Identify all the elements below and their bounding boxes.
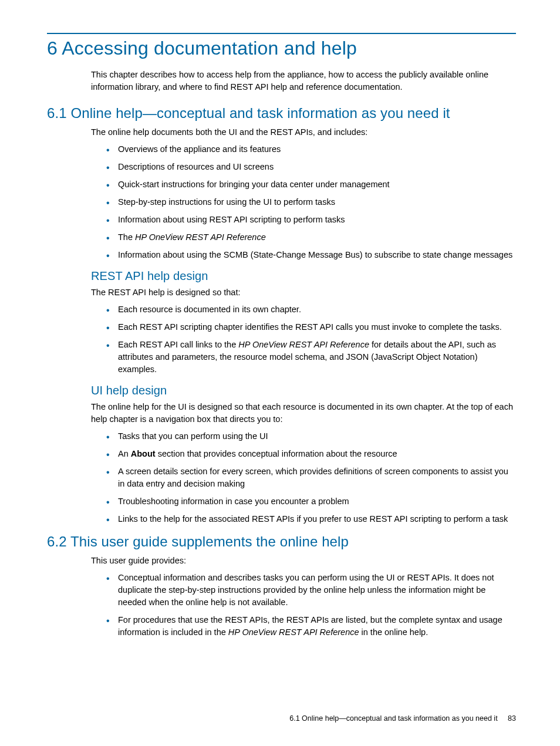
ui-help-design-title: UI help design xyxy=(91,384,516,397)
list-item: Tasks that you can perform using the UI xyxy=(106,430,516,443)
rest-api-design-intro: The REST API help is designed so that: xyxy=(91,286,516,299)
rest-api-design-title: REST API help design xyxy=(91,269,516,283)
list-item: Information about using the SCMB (State-… xyxy=(106,249,516,261)
list-item: For procedures that use the REST APIs, t… xyxy=(106,614,516,639)
chapter-title: 6 Accessing documentation and help xyxy=(47,38,516,59)
text: Each REST API call links to the xyxy=(118,340,238,349)
list-item: Each REST API call links to the HP OneVi… xyxy=(106,339,516,376)
ui-help-design-list: Tasks that you can perform using the UI … xyxy=(91,430,516,525)
about-bold: About xyxy=(131,449,156,458)
list-item: Overviews of the appliance and its featu… xyxy=(106,143,516,156)
reference-title: HP OneView REST API Reference xyxy=(238,340,369,349)
list-item: Quick-start instructions for bringing yo… xyxy=(106,178,516,191)
list-item: An About section that provides conceptua… xyxy=(106,448,516,460)
list-item: The HP OneView REST API Reference xyxy=(106,231,516,244)
document-page: 6 Accessing documentation and help This … xyxy=(0,0,560,746)
header-rule xyxy=(47,33,516,34)
list-item: Descriptions of resources and UI screens xyxy=(106,161,516,173)
list-item: Step-by-step instructions for using the … xyxy=(106,196,516,208)
section-6-2-intro: This user guide provides: xyxy=(91,555,516,567)
section-6-2-title: 6.2 This user guide supplements the onli… xyxy=(47,534,516,550)
page-footer: 6.1 Online help—conceptual and task info… xyxy=(289,714,516,723)
section-6-2-list: Conceptual information and describes tas… xyxy=(91,572,516,639)
reference-title: HP OneView REST API Reference xyxy=(228,627,359,637)
list-item: Information about using REST API scripti… xyxy=(106,214,516,226)
list-item: Links to the help for the associated RES… xyxy=(106,513,516,525)
section-6-1-title: 6.1 Online help—conceptual and task info… xyxy=(47,105,516,121)
chapter-intro-text: This chapter describes how to access hel… xyxy=(91,69,516,93)
list-item: Each REST API scripting chapter identifi… xyxy=(106,321,516,333)
rest-api-design-list: Each resource is documented in its own c… xyxy=(91,303,516,376)
reference-title: HP OneView REST API Reference xyxy=(135,232,266,242)
text: The xyxy=(118,232,135,242)
list-item: Troubleshooting information in case you … xyxy=(106,495,516,508)
list-item: A screen details section for every scree… xyxy=(106,465,516,490)
section-6-1-list: Overviews of the appliance and its featu… xyxy=(91,143,516,261)
section-6-1-intro: The online help documents both the UI an… xyxy=(91,126,516,139)
footer-page-number: 83 xyxy=(508,714,516,723)
text: in the online help. xyxy=(359,627,429,637)
text: section that provides conceptual informa… xyxy=(156,449,397,458)
list-item: Each resource is documented in its own c… xyxy=(106,303,516,316)
footer-section-label: 6.1 Online help—conceptual and task info… xyxy=(289,714,497,723)
text: An xyxy=(118,449,131,458)
ui-help-design-intro: The online help for the UI is designed s… xyxy=(91,401,516,426)
list-item: Conceptual information and describes tas… xyxy=(106,572,516,609)
